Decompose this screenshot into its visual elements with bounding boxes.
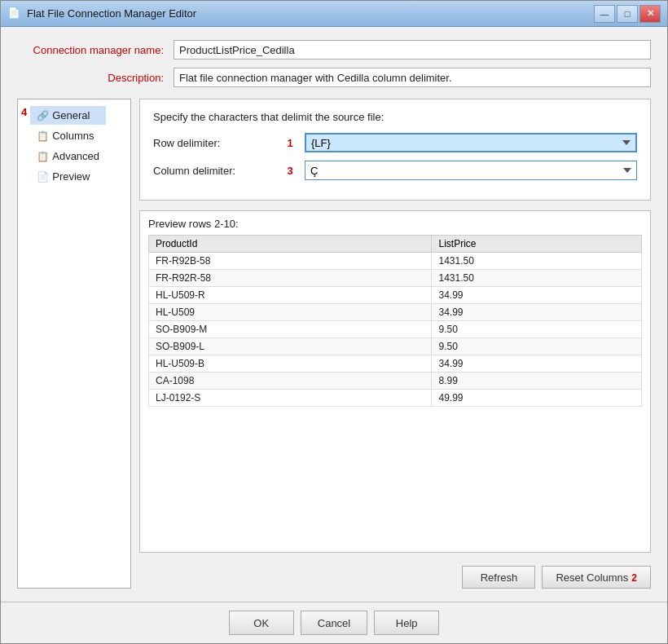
help-button[interactable]: Help <box>374 611 439 635</box>
minimize-button[interactable]: — <box>594 5 615 23</box>
title-bar-left: 📄 Flat File Connection Manager Editor <box>7 7 196 21</box>
table-cell: 34.99 <box>432 304 642 321</box>
action-button-row: Refresh Reset Columns2 <box>139 566 651 589</box>
delimiter-section: Specify the characters that delimit the … <box>139 99 651 201</box>
bottom-bar: OK Cancel Help <box>1 602 667 643</box>
col-header-listprice: ListPrice <box>432 236 642 253</box>
sidebar-item-advanced[interactable]: 📋 Advanced <box>30 147 106 165</box>
delimiter-section-title: Specify the characters that delimit the … <box>153 111 637 123</box>
title-bar: 📄 Flat File Connection Manager Editor — … <box>1 1 667 27</box>
table-cell: HL-U509 <box>149 304 432 321</box>
refresh-button[interactable]: Refresh <box>462 566 535 589</box>
row-delimiter-label: Row delimiter: <box>153 137 275 149</box>
connection-name-input[interactable] <box>174 40 651 60</box>
column-delimiter-row: Column delimiter: 3 Ç Semicolon {;} Tab … <box>153 161 637 180</box>
sidebar-item-columns[interactable]: 📋 Columns <box>30 126 106 145</box>
table-row: LJ-0192-S49.99 <box>149 390 642 407</box>
ok-button[interactable]: OK <box>229 611 294 635</box>
table-row: HL-U509-B34.99 <box>149 355 642 373</box>
sidebar-item-preview[interactable]: 📄 Preview <box>30 167 106 186</box>
preview-section: Preview rows 2-10: ProductId ListPrice F… <box>139 210 651 553</box>
row-delimiter-row: Row delimiter: 1 {LF} {CR}{LF} {CR} Semi… <box>153 133 637 152</box>
table-cell: FR-R92R-58 <box>149 270 432 287</box>
connection-name-row: Connection manager name: <box>17 40 651 60</box>
table-cell: HL-U509-R <box>149 287 432 304</box>
table-row: CA-10988.99 <box>149 373 642 390</box>
connection-name-label: Connection manager name: <box>17 44 164 56</box>
sidebar-item-general[interactable]: 🔗 General <box>30 106 106 125</box>
column-delimiter-step: 3 <box>282 165 298 177</box>
table-cell: LJ-0192-S <box>149 390 432 407</box>
reset-columns-button[interactable]: Reset Columns2 <box>542 566 651 589</box>
description-label: Description: <box>17 72 164 84</box>
sidebar: 4 🔗 General 📋 Columns 📋 Advanced <box>17 99 131 589</box>
close-button[interactable]: ✕ <box>639 5 661 23</box>
table-row: FR-R92B-581431.50 <box>149 253 642 270</box>
table-row: FR-R92R-581431.50 <box>149 270 642 287</box>
title-buttons: — □ ✕ <box>594 5 661 23</box>
table-row: SO-B909-M9.50 <box>149 321 642 338</box>
column-delimiter-label: Column delimiter: <box>153 165 275 177</box>
table-cell: SO-B909-M <box>149 321 432 338</box>
table-cell: CA-1098 <box>149 373 432 390</box>
table-cell: 34.99 <box>432 287 642 304</box>
columns-icon: 📋 <box>37 130 49 142</box>
sidebar-step-number: 4 <box>21 106 27 118</box>
table-row: HL-U50934.99 <box>149 304 642 321</box>
main-window: 📄 Flat File Connection Manager Editor — … <box>0 0 668 644</box>
table-row: HL-U509-R34.99 <box>149 287 642 304</box>
table-cell: 49.99 <box>432 390 642 407</box>
table-cell: 8.99 <box>432 373 642 390</box>
sidebar-item-label-preview: Preview <box>52 170 90 183</box>
preview-title: Preview rows 2-10: <box>148 218 642 230</box>
table-row: SO-B909-L9.50 <box>149 338 642 355</box>
table-cell: 9.50 <box>432 321 642 338</box>
table-cell: 1431.50 <box>432 270 642 287</box>
table-cell: SO-B909-L <box>149 338 432 355</box>
row-delimiter-select[interactable]: {LF} {CR}{LF} {CR} Semicolon {;} Tab {t}… <box>305 133 637 152</box>
table-cell: 9.50 <box>432 338 642 355</box>
sidebar-item-label-advanced: Advanced <box>52 150 99 162</box>
window-title: Flat File Connection Manager Editor <box>27 7 196 20</box>
app-icon: 📄 <box>7 7 22 21</box>
cancel-button[interactable]: Cancel <box>301 611 367 635</box>
column-delimiter-select[interactable]: Ç Semicolon {;} Tab {t} Comma {,} Vertic… <box>305 161 637 180</box>
right-panel: Specify the characters that delimit the … <box>139 99 651 589</box>
table-cell: 1431.50 <box>432 253 642 270</box>
sidebar-item-label-general: General <box>52 109 90 121</box>
description-row: Description: <box>17 68 651 87</box>
general-icon: 🔗 <box>37 110 49 121</box>
table-cell: 34.99 <box>432 355 642 373</box>
content-area: Connection manager name: Description: 4 … <box>1 27 667 602</box>
sidebar-item-label-columns: Columns <box>52 130 94 142</box>
advanced-icon: 📋 <box>37 151 49 162</box>
description-input[interactable] <box>174 68 651 87</box>
main-area: 4 🔗 General 📋 Columns 📋 Advanced <box>17 99 651 589</box>
table-cell: HL-U509-B <box>149 355 432 373</box>
col-header-productid: ProductId <box>149 236 432 253</box>
preview-table: ProductId ListPrice FR-R92B-581431.50FR-… <box>148 235 642 407</box>
maximize-button[interactable]: □ <box>617 5 638 23</box>
row-delimiter-step: 1 <box>282 137 298 149</box>
reset-columns-step: 2 <box>631 572 637 584</box>
reset-columns-label: Reset Columns <box>556 571 628 584</box>
table-cell: FR-R92B-58 <box>149 253 432 270</box>
preview-icon: 📄 <box>37 171 49 183</box>
